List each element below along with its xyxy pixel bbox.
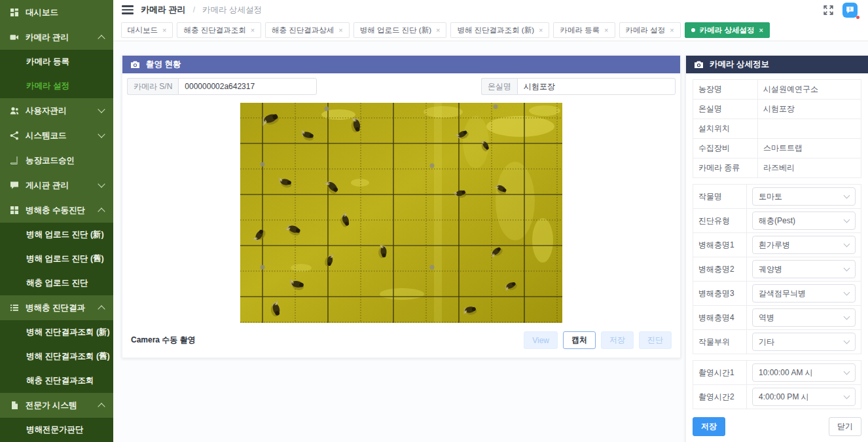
sidebar-item-disease-expert-judgment[interactable]: 병해전문가판단 [0,418,113,442]
select-row-capture-time-2: 촬영시간24:00:00 PM 시 [693,385,861,409]
tab-dashboard[interactable]: 대시보드× [121,22,173,38]
tab-pest-result-list[interactable]: 해충 진단결과조회× [177,22,261,38]
info-value: 라즈베리 [758,158,861,178]
chevron-up-icon [98,208,105,215]
sidebar-item-pest-diagnosis-results[interactable]: 병해충 진단결과 [0,295,113,320]
capture-panel-header: 촬영 현황 [122,56,680,73]
sidebar-item-label: 병해충 수동진단 [26,205,92,216]
document-icon [9,401,19,410]
fullscreen-icon[interactable] [823,5,834,16]
sidebar-item-camera-management[interactable]: 카메라 관리 [0,25,113,50]
tab-disease-upload-new[interactable]: 병해 업로드 진단 (新)× [353,22,447,38]
select-value: 4:00:00 PM 시 [759,392,809,403]
select-pest-name-1[interactable]: 흰가루병 [752,236,856,254]
sidebar-item-user-management[interactable]: 사용자관리 [0,98,113,123]
select-pest-name-3[interactable]: 갈색점무늬병 [752,284,856,303]
sidebar-item-pest-upload-diagnosis[interactable]: 해충 업로드 진단 [0,271,113,295]
chevron-down-icon [844,314,850,320]
info-row-install-location: 설치위치 [693,119,861,139]
detail-panel-header: 카메라 상세정보 [686,56,868,73]
select-row-diagnosis-type: 진단유형해충(Pest) [693,209,861,233]
sidebar-item-disease-upload-diagnosis-old[interactable]: 병해 업로드 진단 (舊) [0,247,113,271]
sidebar-item-pest-result-list[interactable]: 해충 진단결과조회 [0,369,113,393]
sidebar-item-dashboard[interactable]: 대시보드 [0,0,113,25]
panel-title: 촬영 현황 [146,59,181,70]
select-value: 해충(Pest) [759,215,795,227]
tab-close-icon[interactable]: × [436,26,440,34]
trap-image-wrap [127,100,676,323]
select-capture-time-1[interactable]: 10:00:00 AM 시 [752,363,856,382]
capture-time-table: 촬영시간110:00:00 AM 시 촬영시간24:00:00 PM 시 [693,360,861,409]
sidebar-item-expert-system[interactable]: 전문가 시스템 [0,393,113,418]
capture-button[interactable]: 캡처 [563,331,596,349]
select-value: 갈색점무늬병 [759,288,806,299]
tab-label: 카메라 상세설정 [700,26,755,35]
sidebar-item-pest-manual-diagnosis[interactable]: 병해충 수동진단 [0,198,113,223]
notification-dot [856,16,859,19]
sidebar-item-camera-settings[interactable]: 카메라 설정 [0,74,113,98]
sidebar-item-label: 전문가 시스템 [26,400,92,411]
chevron-down-icon [844,265,850,272]
select-diagnosis-type[interactable]: 해충(Pest) [752,212,856,230]
info-row-greenhouse-name: 온실명시험포장 [693,100,861,119]
tab-close-icon[interactable]: × [604,26,608,34]
tab-camera-register[interactable]: 카메라 등록× [553,22,615,38]
select-crop-part[interactable]: 기타 [752,333,856,351]
sidebar-item-label: 병해충 진단결과 [26,303,92,314]
select-label: 병해충명4 [693,306,747,330]
diagnose-button[interactable]: 진단 [639,331,672,349]
sidebar-item-disease-upload-diagnosis-new[interactable]: 병해 업로드 진단 (新) [0,223,113,247]
sidebar-item-label: 대시보드 [26,7,104,18]
camera-sn-label: 카메라 S/N [127,78,178,95]
close-panel-button[interactable]: 닫기 [829,417,861,436]
content-area: 촬영 현황 카메라 S/N 온실명 [113,41,868,442]
camera-icon [130,60,140,69]
select-pest-name-4[interactable]: 역병 [752,308,856,327]
select-capture-time-2[interactable]: 4:00:00 PM 시 [752,388,856,406]
select-crop-name[interactable]: 토마토 [752,187,856,206]
sidebar-item-farm-code-approval[interactable]: 농장코드승인 [0,148,113,173]
breadcrumb-page: 카메라 상세설정 [202,5,262,16]
chevron-down-icon [844,289,850,296]
sidebar-submenu-manual-diagnosis: 병해 업로드 진단 (新) 병해 업로드 진단 (舊) 해충 업로드 진단 [0,223,113,295]
tab-close-icon[interactable]: × [338,26,342,34]
hamburger-menu-icon[interactable] [122,5,134,14]
select-row-pest-name-4: 병해충명4역병 [693,306,861,330]
view-button[interactable]: View [524,331,558,349]
chevron-up-icon [98,305,105,312]
book-icon [9,156,19,165]
save-settings-button[interactable]: 저장 [693,417,725,436]
tab-label: 해충 진단결과조회 [183,26,245,35]
info-row-farm-name: 농장명시설원예연구소 [693,80,861,100]
sidebar-item-label: 해충 업로드 진단 [26,278,104,289]
greenhouse-input[interactable] [517,78,676,95]
info-label: 설치위치 [693,119,758,139]
select-label: 작물부위 [693,330,747,354]
sidebar-item-camera-register[interactable]: 카메라 등록 [0,50,113,74]
info-label: 수집장비 [693,139,758,158]
select-pest-name-2[interactable]: 궤양병 [752,260,856,278]
tab-camera-detail-settings[interactable]: 카메라 상세설정× [685,22,770,38]
tab-close-icon[interactable]: × [670,26,674,34]
select-row-pest-name-3: 병해충명3갈색점무늬병 [693,282,861,306]
sidebar-item-disease-result-list-old[interactable]: 병해 진단결과조회 (舊) [0,344,113,369]
tab-disease-result-new[interactable]: 병해 진단결과조회 (新)× [450,22,549,38]
tab-camera-settings[interactable]: 카메라 설정× [619,22,681,38]
sidebar-item-disease-result-list-new[interactable]: 병해 진단결과조회 (新) [0,320,113,344]
tab-close-icon[interactable]: × [759,26,763,34]
breadcrumb-section[interactable]: 카메라 관리 [141,4,186,16]
sidebar-item-board-management[interactable]: 게시판 관리 [0,173,113,198]
sidebar-item-system-code[interactable]: 시스템코드 [0,123,113,148]
capture-panel-body: 카메라 S/N 온실명 [122,73,680,358]
save-capture-button[interactable]: 저장 [601,331,634,349]
chat-info-icon[interactable]: i [842,3,858,18]
svg-text:i: i [849,6,850,12]
tab-close-icon[interactable]: × [539,26,543,34]
tab-pest-result-detail[interactable]: 해충 진단결과상세× [265,22,350,38]
tab-close-icon[interactable]: × [162,26,166,34]
sidebar-item-label: 해충 진단결과조회 [26,375,104,386]
tab-bar: 대시보드× 해충 진단결과조회× 해충 진단결과상세× 병해 업로드 진단 (新… [113,20,868,41]
select-row-crop-part: 작물부위기타 [693,330,861,354]
camera-sn-input[interactable] [178,78,317,95]
tab-close-icon[interactable]: × [251,26,255,34]
